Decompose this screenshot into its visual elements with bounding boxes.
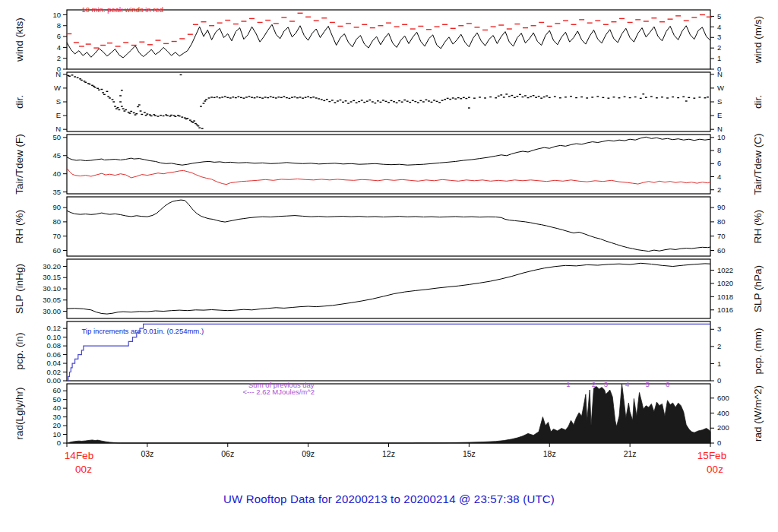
start-hour-label: 00z [75,464,92,475]
rad-annotation-1: <--- 2.62 MJoules/m^2 [243,388,315,396]
pcp-left-tick-label: 0.04 [47,359,62,367]
time-tick-label: 03z [141,449,153,458]
tair-right-tick-label: 8 [717,146,721,154]
rad-left-tick-label: 0 [57,439,61,447]
pcp-left-tick-label: 0.02 [47,368,62,376]
rad-left-tick-label: 10 [52,430,61,439]
dir-left-axis-title: dir. [14,95,25,109]
tair-right-tick-label: 6 [717,159,721,167]
rh-left-tick-label: 80 [52,217,61,226]
rh-left-tick-label: 70 [52,232,61,240]
wind-right-tick-label: 5 [717,12,721,21]
tair-left-tick-label: 40 [52,169,61,178]
slp-left-tick-label: 30.05 [43,296,61,304]
sea-level-pressure-line [67,263,710,314]
rh-right-tick-label: 60 [717,246,726,255]
end-date-label: 15Feb [697,450,726,461]
panel-wind: 0246810012345wind (kts)wind (m/s)10 min.… [14,5,764,73]
time-tick-label: 18z [543,449,556,458]
chart-svg: 0246810012345wind (kts)wind (m/s)10 min.… [0,0,778,532]
plot-title: UW Rooftop Data for 20200213 to 20200214… [0,492,778,505]
rad-annotation-4: 3 [604,380,608,388]
rh-right-tick-label: 80 [717,217,726,226]
slp-left-axis-title: SLP (inHg) [14,264,25,314]
pcp-annotation-0: Tip increments are 0.01in. (0.254mm.) [81,327,204,335]
slp-right-axis-title: SLP (hPa) [752,265,764,312]
time-tick-label: 15z [463,449,476,458]
slp-right-tick-label: 1022 [717,266,733,274]
rad-annotation-5: 4 [625,380,629,388]
rad-left-tick-label: 60 [52,386,61,394]
dir-left-tick-label: E [56,111,61,119]
rad-annotation-7: 6 [666,380,669,388]
panel-tair: 35404550246810Tair/Tdew (F)Tair/Tdew (C) [14,133,764,196]
wind-right-tick-label: 2 [717,43,721,52]
tdew-line [67,168,710,185]
rad-left-tick-label: 40 [52,404,61,412]
solar-radiation-area [68,384,710,443]
rad-annotation-3: 2 [592,380,596,388]
rad-right-axis-title: rad (W/m^2) [752,385,764,442]
dir-right-tick-label: W [717,84,724,92]
multipanel-chart: 0246810012345wind (kts)wind (m/s)10 min.… [0,0,778,532]
dir-left-tick-label: W [54,84,61,92]
wind-right-tick-label: 4 [717,23,721,31]
rh-left-tick-label: 90 [52,203,61,211]
weather-plot-figure: 0246810012345wind (kts)wind (m/s)10 min.… [0,0,778,532]
pcp-left-tick-label: 0.00 [47,376,62,385]
pcp-right-tick-label: 0 [717,376,721,385]
dir-left-tick-label: N [55,125,61,133]
end-hour-label: 00z [707,464,723,475]
time-tick-label: 09z [302,449,315,458]
time-tick-label: 06z [221,449,234,458]
tair-left-tick-label: 45 [52,151,61,160]
rad-right-tick-label: 400 [717,409,729,417]
wind-average-line [67,24,710,58]
panel-rh: 6070809060708090RH (%)RH (%) [14,197,764,256]
pcp-right-axis-title: pcp. (mm) [752,328,764,375]
rad-right-tick-label: 600 [717,394,729,402]
dir-left-tick-label: S [56,97,61,106]
rh-left-tick-label: 60 [52,246,61,255]
tair-right-tick-label: 2 [717,185,721,194]
pcp-left-tick-label: 0.06 [47,350,62,359]
tair-left-tick-label: 50 [52,133,61,141]
rad-right-tick-label: 200 [717,423,729,432]
dir-right-tick-label: S [717,97,722,106]
relative-humidity-line [67,200,710,252]
panel-dir: NESWNNESWNdir.dir. [14,70,764,133]
wind-direction-points [67,74,709,129]
dir-right-tick-label: N [717,70,723,78]
wind-left-axis-title: wind (kts) [14,17,25,62]
dir-right-tick-label: N [717,125,723,133]
start-date-label: 14Feb [65,450,93,461]
pcp-right-tick-label: 2 [717,342,721,350]
dir-right-axis-title: dir. [752,95,764,109]
wind-left-tick-label: 10 [52,11,61,19]
time-tick-label: 12z [382,449,395,458]
pcp-left-tick-label: 0.10 [47,333,62,341]
slp-right-tick-label: 1016 [717,306,733,314]
rh-right-axis-title: RH (%) [752,210,764,243]
tair-line [67,137,710,165]
time-tick-label: 21z [624,449,637,458]
tair-right-axis-title: Tair/Tdew (C) [752,133,764,195]
panel-rad: 01020304050600200400600rad(Lgly/hr)rad (… [14,380,764,447]
rad-annotation-2: 1 [566,380,570,388]
panel-pcp: 0.000.020.040.060.080.100.120123pcp. (in… [14,321,764,385]
wind-left-tick-label: 2 [57,54,61,62]
wind-left-tick-label: 8 [57,21,61,30]
wind-peak-dashes [66,13,711,48]
wind-left-tick-label: 6 [57,32,61,40]
wind-right-tick-label: 3 [717,33,721,41]
panel-slp: 30.0030.0530.1030.1530.20101610181020102… [14,259,764,318]
rad-left-tick-label: 30 [52,413,61,421]
pcp-left-axis-title: pcp. (in) [14,333,25,370]
slp-left-tick-label: 30.15 [43,273,61,281]
wind-right-tick-label: 1 [717,54,721,62]
pcp-right-tick-label: 3 [717,325,721,333]
rad-left-axis-title: rad(Lgly/hr) [14,387,25,439]
dir-left-tick-label: N [55,70,61,78]
rh-right-tick-label: 90 [717,203,726,211]
wind-right-axis-title: wind (m/s) [752,16,764,64]
